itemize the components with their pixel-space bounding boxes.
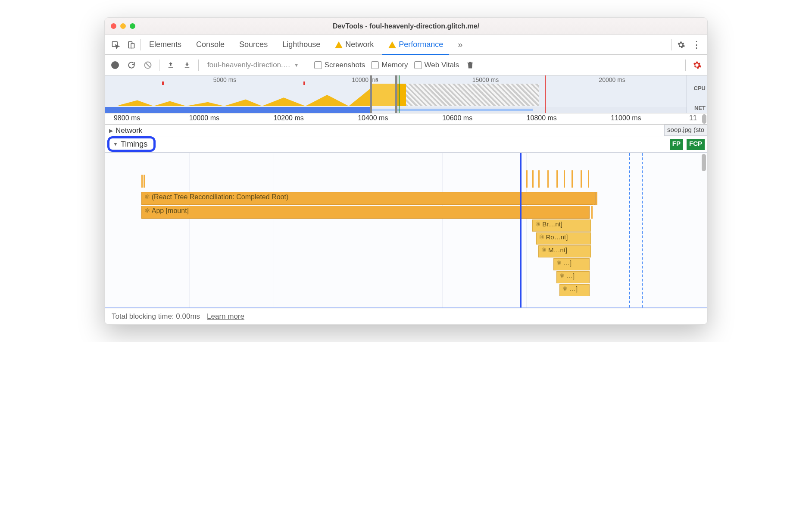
tab-performance[interactable]: Performance [382, 36, 449, 53]
capture-settings-icon[interactable] [692, 60, 702, 70]
overview-marker [162, 82, 164, 85]
ruler-tick-label: 11 [689, 114, 697, 122]
reload-record-button[interactable] [126, 60, 137, 70]
ruler-tick-label: 10000 ms [189, 114, 219, 122]
webvitals-checkbox[interactable]: Web Vitals [414, 61, 459, 69]
tab-label: Lighthouse [282, 40, 320, 49]
flame-bar-m[interactable]: M…nt] [538, 245, 590, 257]
tab-elements[interactable]: Elements [143, 36, 187, 53]
upload-profile-button[interactable] [166, 60, 176, 70]
flame-bar-nested[interactable]: …] [556, 271, 590, 283]
tab-lighthouse[interactable]: Lighthouse [276, 36, 326, 53]
network-track-header[interactable]: ▶ Network [105, 125, 707, 137]
flame-bar[interactable] [532, 170, 534, 188]
flame-bar-nested[interactable]: …] [553, 258, 590, 270]
warning-icon [335, 41, 343, 48]
network-request-chip[interactable]: soop.jpg (sto [664, 125, 707, 136]
checkbox-label: Web Vitals [425, 61, 459, 69]
tab-network[interactable]: Network [329, 36, 380, 53]
flame-bar-nested[interactable]: …] [559, 284, 590, 296]
fcp-marker[interactable]: FCP [687, 139, 706, 150]
horizontal-scrollbar[interactable] [702, 114, 706, 124]
network-track[interactable]: ▶ Network soop.jpg (sto [105, 125, 707, 137]
separator [159, 60, 159, 71]
window-controls [111, 23, 135, 29]
separator [140, 39, 141, 50]
flame-bar[interactable] [538, 170, 540, 188]
tab-label: Performance [399, 40, 443, 49]
clear-button[interactable] [143, 60, 153, 70]
memory-checkbox[interactable]: Memory [371, 61, 408, 69]
checkbox-label: Memory [381, 61, 408, 69]
screenshots-checkbox[interactable]: Screenshots [314, 61, 365, 69]
flame-bar[interactable] [547, 170, 549, 188]
flame-bar[interactable] [588, 170, 589, 188]
titlebar: DevTools - foul-heavenly-direction.glitc… [105, 18, 707, 35]
window-title: DevTools - foul-heavenly-direction.glitc… [333, 22, 479, 30]
timings-track-header[interactable]: ▼ Timings FP FCP [105, 137, 707, 153]
record-button[interactable] [110, 60, 120, 70]
overview-selection-handles[interactable]: s [370, 75, 397, 113]
ruler-tick-label: 9800 ms [114, 114, 140, 122]
tabs-overflow[interactable] [452, 35, 468, 54]
flame-bar[interactable] [564, 170, 565, 188]
flame-bar[interactable] [141, 175, 143, 188]
minimize-window-icon[interactable] [120, 23, 126, 29]
net-label: NET [689, 105, 706, 111]
flame-bar[interactable] [581, 170, 582, 188]
cpu-label: CPU [689, 85, 706, 91]
vertical-scrollbar[interactable] [702, 154, 706, 171]
checkbox-label: Screenshots [325, 61, 365, 69]
flame-bar[interactable] [526, 170, 528, 188]
checkbox-icon [314, 61, 322, 69]
settings-icon[interactable] [675, 38, 687, 51]
maximize-window-icon[interactable] [130, 23, 135, 29]
ruler-tick-label: 10400 ms [358, 114, 388, 122]
overview-tick-label: 5000 ms [213, 76, 237, 83]
flame-bar-app-mount[interactable]: App [mount] [141, 206, 590, 219]
profile-select[interactable]: foul-heavenly-direction.… ▼ [205, 60, 302, 70]
flame-bar[interactable] [556, 170, 558, 188]
ruler-tick-label: 10600 ms [442, 114, 472, 122]
flame-bar-br[interactable]: Br…nt] [532, 220, 590, 232]
flame-bar[interactable] [144, 175, 145, 188]
fp-marker[interactable]: FP [670, 139, 684, 150]
overview-timeline[interactable]: 5000 ms 10000 ms 15000 ms 20000 ms s CPU… [105, 75, 707, 113]
overview-green-marker [399, 75, 400, 113]
separator [198, 60, 199, 71]
learn-more-link[interactable]: Learn more [207, 312, 244, 321]
marker-dashed [642, 153, 643, 307]
separator [308, 60, 308, 71]
separator [671, 39, 672, 50]
status-bar: Total blocking time: 0.00ms Learn more [105, 308, 707, 324]
checkbox-icon [371, 61, 379, 69]
tab-label: Elements [149, 40, 181, 49]
more-menu-icon[interactable] [690, 38, 703, 51]
garbage-collect-button[interactable] [465, 60, 475, 70]
flame-bar[interactable] [596, 192, 597, 205]
flame-bar-reconciliation[interactable]: (React Tree Reconciliation: Completed Ro… [141, 192, 596, 205]
device-toolbar-icon[interactable] [125, 38, 137, 51]
separator [685, 60, 686, 71]
overview-net-bar [105, 107, 370, 113]
performance-toolbar: foul-heavenly-direction.… ▼ Screenshots … [105, 55, 707, 75]
blocking-time-label: Total blocking time: 0.00ms [112, 312, 200, 321]
selection-mark: s [375, 76, 378, 82]
time-ruler[interactable]: 9800 ms 10000 ms 10200 ms 10400 ms 10600… [105, 113, 707, 125]
flame-bar-ro[interactable]: Ro…nt] [536, 232, 591, 245]
flame-bar[interactable] [572, 170, 573, 188]
close-window-icon[interactable] [111, 23, 116, 29]
tab-console[interactable]: Console [190, 36, 231, 53]
timings-flamegraph[interactable]: (React Tree Reconciliation: Completed Ro… [105, 153, 707, 308]
inspect-element-icon[interactable] [109, 38, 122, 51]
flame-bar[interactable] [593, 192, 594, 205]
tab-sources[interactable]: Sources [233, 36, 274, 53]
checkbox-icon [414, 61, 422, 69]
overview-ticks: 5000 ms 10000 ms 15000 ms 20000 ms [105, 76, 707, 84]
devtools-tabs: Elements Console Sources Lighthouse Netw… [105, 35, 707, 55]
overview-tick-label: 20000 ms [599, 76, 625, 83]
flame-bar[interactable] [591, 206, 593, 219]
download-profile-button[interactable] [182, 60, 192, 70]
playhead-line[interactable] [520, 153, 522, 307]
overview-marker [303, 82, 305, 85]
